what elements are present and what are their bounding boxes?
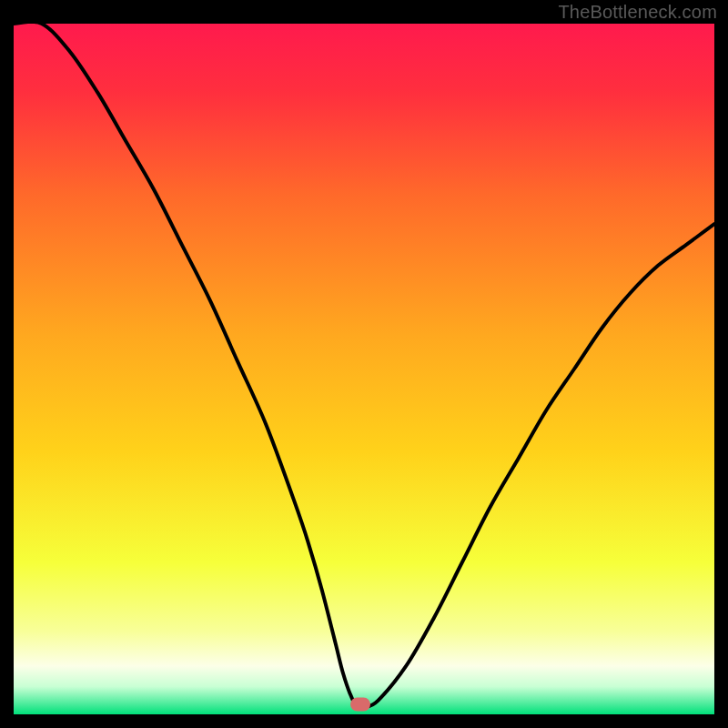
chart-frame: TheBottleneck.com [0, 0, 728, 728]
watermark-text: TheBottleneck.com [558, 2, 717, 23]
plot-area [14, 24, 714, 714]
valley-marker [350, 698, 370, 712]
chart-svg [14, 24, 714, 714]
